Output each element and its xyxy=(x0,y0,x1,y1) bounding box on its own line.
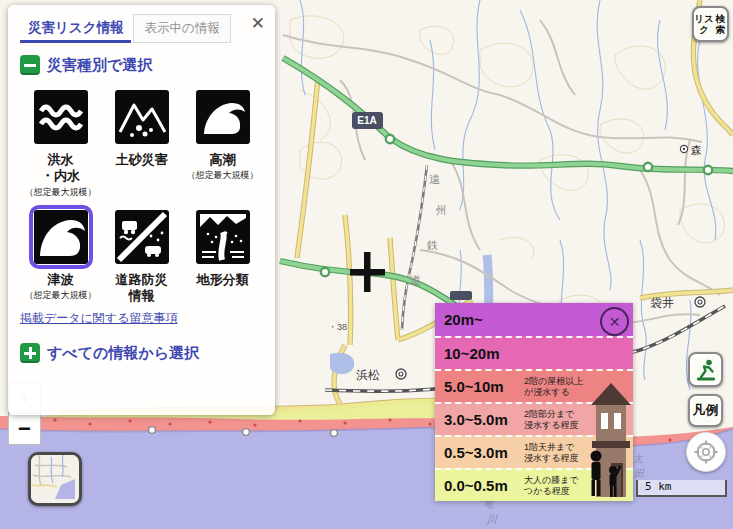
hazard-label-landform: 地形分類 xyxy=(197,272,249,288)
legend-row-3: 5.0~10m2階の屋根以上が浸水する xyxy=(435,369,633,402)
hazard-label-tsunami: 津波 xyxy=(48,272,74,288)
legend-rows: 20m~10~20m5.0~10m2階の屋根以上が浸水する3.0~5.0m2階部… xyxy=(435,303,633,501)
tab-displayed-info[interactable]: 表示中の情報 xyxy=(133,14,230,43)
hazard-button-tsunami[interactable] xyxy=(29,205,93,269)
hazard-note-flood: （想定最大規模） xyxy=(25,186,97,199)
city-label-hamamatsu: 浜松 xyxy=(356,368,380,382)
hazard-type-grid: 洪水・内水（想定最大規模） 土砂災害 高潮（想定最大規模） 津波（想定最大規模）… xyxy=(20,85,263,304)
legend-close-icon[interactable]: ✕ xyxy=(600,307,629,336)
map-scale-bar: 5 km xyxy=(636,480,727,497)
legend-range: 10~20m xyxy=(444,345,524,362)
city-symbol-hamamatsu xyxy=(396,369,406,379)
svg-text:川: 川 xyxy=(486,513,498,525)
hazard-button-storm-surge[interactable] xyxy=(191,85,255,149)
hazard-label-landslide: 土砂災害 xyxy=(116,152,168,168)
legend-range: 20m~ xyxy=(444,311,524,328)
hazard-label-flood: 洪水・内水 xyxy=(41,152,80,185)
svg-text:太: 太 xyxy=(633,453,644,464)
hazard-item-landform: 地形分類 xyxy=(182,205,263,305)
data-notice-link[interactable]: 掲載データに関する留意事項 xyxy=(20,310,177,327)
hazard-note-tsunami: （想定最大規模） xyxy=(25,289,97,302)
compass-icon xyxy=(693,439,719,465)
expressway-badge-label: E1A xyxy=(357,115,376,126)
svg-text:田: 田 xyxy=(634,468,645,479)
section-select-all: すべての情報から選択 xyxy=(20,343,263,363)
running-person-icon xyxy=(694,358,718,382)
tsunami-icon xyxy=(34,210,88,264)
legend-description: 1階天井まで浸水する程度 xyxy=(524,442,578,464)
spot-height-label: ・38 xyxy=(328,322,347,332)
city-label-fukuroi: 袋井 xyxy=(650,296,674,310)
hazard-button-landform[interactable] xyxy=(191,205,255,269)
hazard-item-tsunami: 津波（想定最大規模） xyxy=(20,205,101,305)
hazard-item-road-disaster: 道路防災情報 xyxy=(101,205,182,305)
hazard-item-flood: 洪水・内水（想定最大規模） xyxy=(20,85,101,199)
legend-row-2: 10~20m xyxy=(435,336,633,369)
svg-text:遠: 遠 xyxy=(429,173,440,185)
svg-text:鉄: 鉄 xyxy=(427,239,438,251)
compass-button[interactable] xyxy=(686,432,726,472)
legend-button[interactable]: 凡例 xyxy=(688,394,723,427)
legend-row-5: 0.5~3.0m1階天井まで浸水する程度 xyxy=(435,435,633,468)
storm-surge-icon xyxy=(196,90,250,144)
legend-description: 2階の屋根以上が浸水する xyxy=(524,376,583,398)
city-symbol-fukuroi xyxy=(695,297,705,307)
legend-description: 大人の膝までつかる程度 xyxy=(524,475,579,497)
expand-plus-icon[interactable] xyxy=(20,343,40,363)
legend-range: 3.0~5.0m xyxy=(444,411,524,428)
hazard-note-storm-surge: （想定最大規模） xyxy=(187,169,259,182)
legend-row-6: 0.0~0.5m大人の膝までつかる程度 xyxy=(435,468,633,501)
landform-icon xyxy=(196,210,250,264)
svg-text:道: 道 xyxy=(410,274,421,286)
town-label-mori: 森 xyxy=(691,144,702,156)
section-title-by-type: 災害種別で選択 xyxy=(47,56,152,75)
panel-tabs: 災害リスク情報 表示中の情報 xyxy=(20,13,263,43)
road-disaster-icon xyxy=(115,210,169,264)
evacuation-site-button[interactable] xyxy=(688,352,723,387)
legend-description: 2階部分まで浸水する程度 xyxy=(524,409,578,431)
legend-range: 0.5~3.0m xyxy=(444,444,524,461)
hazard-map-app: E1A 森 袋井 浜松 ・38 遠 州 鉄 道 竜 川 太 田 xyxy=(0,0,733,529)
section-title-select-all: すべての情報から選択 xyxy=(47,344,199,363)
flood-icon xyxy=(34,90,88,144)
hazard-item-landslide: 土砂災害 xyxy=(101,85,182,199)
section-select-by-type: 災害種別で選択 xyxy=(20,55,263,75)
legend-range: 0.0~0.5m xyxy=(444,477,524,494)
panel-close-icon[interactable]: ✕ xyxy=(251,15,265,32)
minimap-button[interactable] xyxy=(28,452,82,506)
hazard-item-storm-surge: 高潮（想定最大規模） xyxy=(182,85,263,199)
tsunami-depth-legend: 20m~10~20m5.0~10m2階の屋根以上が浸水する3.0~5.0m2階部… xyxy=(435,303,633,501)
risk-search-button[interactable]: リスク検索 xyxy=(692,6,729,42)
station-rect xyxy=(450,291,472,300)
landslide-icon xyxy=(115,90,169,144)
tab-disaster-risk-info[interactable]: 災害リスク情報 xyxy=(20,15,131,43)
hazard-label-road-disaster: 道路防災情報 xyxy=(116,272,168,305)
legend-range: 5.0~10m xyxy=(444,378,524,395)
zoom-out-button[interactable]: − xyxy=(8,414,41,445)
svg-text:州: 州 xyxy=(436,204,447,216)
hazard-button-road-disaster[interactable] xyxy=(110,205,174,269)
hazard-button-landslide[interactable] xyxy=(110,85,174,149)
hazard-label-storm-surge: 高潮 xyxy=(210,152,236,168)
legend-row-4: 3.0~5.0m2階部分まで浸水する程度 xyxy=(435,402,633,435)
minimap-thumbnail xyxy=(31,455,75,499)
collapse-minus-icon[interactable] xyxy=(20,55,40,75)
hazard-button-flood[interactable] xyxy=(29,85,93,149)
disaster-risk-panel: 災害リスク情報 表示中の情報 ✕ 災害種別で選択 洪水・内水（想定最大規模） 土… xyxy=(8,5,275,415)
